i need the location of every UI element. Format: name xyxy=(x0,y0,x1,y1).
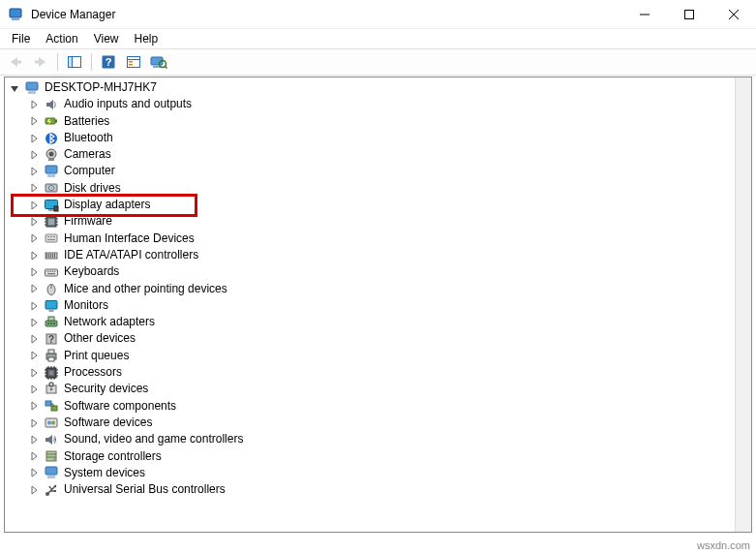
svg-rect-68 xyxy=(47,323,49,324)
tree-node-batteries[interactable]: Batteries xyxy=(7,113,751,130)
menubar: File Action View Help xyxy=(0,29,756,48)
svg-rect-70 xyxy=(53,323,55,324)
close-button[interactable] xyxy=(711,0,756,28)
expander-open-icon[interactable] xyxy=(9,82,20,94)
expander-closed-icon[interactable] xyxy=(28,133,40,144)
tree-node-diskdrives[interactable]: Disk drives xyxy=(7,180,751,197)
tree-node-netadapters[interactable]: Network adapters xyxy=(7,314,751,330)
tree-node-label: Print queues xyxy=(63,348,129,364)
device-tree[interactable]: DESKTOP-MHJ7HK7 Audio inputs and outputs… xyxy=(5,77,751,500)
svg-rect-61 xyxy=(47,273,55,274)
expander-closed-icon[interactable] xyxy=(28,266,40,278)
expander-closed-icon[interactable] xyxy=(28,115,40,127)
expander-closed-icon[interactable] xyxy=(28,232,40,244)
expander-closed-icon[interactable] xyxy=(28,216,40,228)
expander-closed-icon[interactable] xyxy=(28,467,40,478)
tree-node-display[interactable]: Display adapters xyxy=(7,197,751,213)
expander-closed-icon[interactable] xyxy=(28,300,40,312)
svg-text:?: ? xyxy=(106,56,112,68)
tree-node-label: IDE ATA/ATAPI controllers xyxy=(63,247,198,263)
display-icon xyxy=(44,198,59,213)
tree-node-security[interactable]: Security devices xyxy=(7,381,751,397)
svg-line-105 xyxy=(47,486,55,494)
tree-node-label: Audio inputs and outputs xyxy=(63,96,192,112)
tree-node-label: Other devices xyxy=(63,330,136,347)
tree-node-ide[interactable]: IDE ATA/ATAPI controllers xyxy=(7,247,751,263)
svg-point-106 xyxy=(54,484,57,487)
toolbar-properties-button[interactable] xyxy=(122,51,145,73)
tree-node-printqueues[interactable]: Print queues xyxy=(7,348,751,364)
hid-icon xyxy=(44,231,59,246)
svg-rect-7 xyxy=(35,61,39,64)
menu-view[interactable]: View xyxy=(86,30,127,47)
expander-closed-icon[interactable] xyxy=(28,333,40,345)
svg-rect-6 xyxy=(17,61,21,64)
expander-closed-icon[interactable] xyxy=(28,417,40,429)
tree-node-processors[interactable]: Processors xyxy=(7,364,751,381)
expander-closed-icon[interactable] xyxy=(28,400,40,412)
tree-node-audio[interactable]: Audio inputs and outputs xyxy=(7,96,751,112)
tree-node-cameras[interactable]: Cameras xyxy=(7,146,751,163)
tree-node-label: Firmware xyxy=(63,213,112,230)
tree-node-swdevices[interactable]: Software devices xyxy=(7,415,751,431)
tree-node-label: Keyboards xyxy=(63,263,119,280)
menu-file[interactable]: File xyxy=(4,30,38,47)
tree-root[interactable]: DESKTOP-MHJ7HK7 xyxy=(7,79,751,96)
expander-closed-icon[interactable] xyxy=(28,484,40,496)
toolbar-back-button[interactable] xyxy=(4,51,27,73)
svg-rect-3 xyxy=(685,10,694,18)
tree-node-label: Batteries xyxy=(63,113,109,130)
tree-node-storagectrl[interactable]: Storage controllers xyxy=(7,448,751,465)
usb-icon xyxy=(44,482,59,498)
expander-closed-icon[interactable] xyxy=(28,367,40,379)
toolbar-separator xyxy=(57,53,58,71)
security-icon xyxy=(44,382,59,397)
expander-closed-icon[interactable] xyxy=(28,182,40,194)
expander-closed-icon[interactable] xyxy=(28,350,40,361)
expander-closed-icon[interactable] xyxy=(28,434,40,446)
expander-closed-icon[interactable] xyxy=(28,166,40,177)
svg-rect-64 xyxy=(45,300,57,309)
tree-node-bluetooth[interactable]: Bluetooth xyxy=(7,130,751,146)
tree-node-monitors[interactable]: Monitors xyxy=(7,297,751,314)
expander-closed-icon[interactable] xyxy=(28,450,40,462)
tree-node-other[interactable]: ?Other devices xyxy=(7,330,751,347)
toolbar-scan-button[interactable] xyxy=(147,51,170,73)
tree-node-swcomponents[interactable]: Software components xyxy=(7,398,751,415)
expander-closed-icon[interactable] xyxy=(28,149,40,161)
menu-action[interactable]: Action xyxy=(38,30,85,47)
minimize-button[interactable] xyxy=(622,0,667,28)
svg-rect-91 xyxy=(49,383,53,386)
expander-closed-icon[interactable] xyxy=(28,99,40,110)
toolbar: ? xyxy=(0,48,756,76)
toolbar-show-hide-tree-button[interactable] xyxy=(63,51,86,73)
tree-node-computer[interactable]: Computer xyxy=(7,163,751,179)
svg-rect-35 xyxy=(54,206,58,211)
toolbar-help-button[interactable]: ? xyxy=(97,51,120,73)
svg-rect-1 xyxy=(12,18,19,20)
svg-rect-45 xyxy=(47,236,49,237)
svg-text:?: ? xyxy=(48,334,54,345)
tree-node-label: Cameras xyxy=(63,146,111,163)
expander-closed-icon[interactable] xyxy=(28,250,40,262)
tree-node-firmware[interactable]: Firmware xyxy=(7,213,751,230)
expander-closed-icon[interactable] xyxy=(28,317,40,328)
menu-help[interactable]: Help xyxy=(127,30,166,47)
tree-node-usb[interactable]: Universal Serial Bus controllers xyxy=(7,481,751,498)
toolbar-forward-button[interactable] xyxy=(29,51,52,73)
tree-node-label: Display adapters xyxy=(63,197,150,213)
svg-rect-34 xyxy=(48,209,54,211)
svg-rect-59 xyxy=(52,270,53,271)
expander-closed-icon[interactable] xyxy=(28,384,40,395)
svg-rect-47 xyxy=(53,236,55,237)
expander-closed-icon[interactable] xyxy=(28,283,40,294)
expander-closed-icon[interactable] xyxy=(28,200,40,211)
tree-node-keyboards[interactable]: Keyboards xyxy=(7,263,751,280)
vertical-scrollbar[interactable] xyxy=(735,77,751,532)
maximize-button[interactable] xyxy=(667,0,711,28)
tree-node-label: Processors xyxy=(63,364,122,381)
tree-node-system[interactable]: System devices xyxy=(7,465,751,481)
tree-node-mice[interactable]: Mice and other pointing devices xyxy=(7,281,751,297)
tree-node-sound[interactable]: Sound, video and game controllers xyxy=(7,431,751,447)
tree-node-hid[interactable]: Human Interface Devices xyxy=(7,231,751,247)
